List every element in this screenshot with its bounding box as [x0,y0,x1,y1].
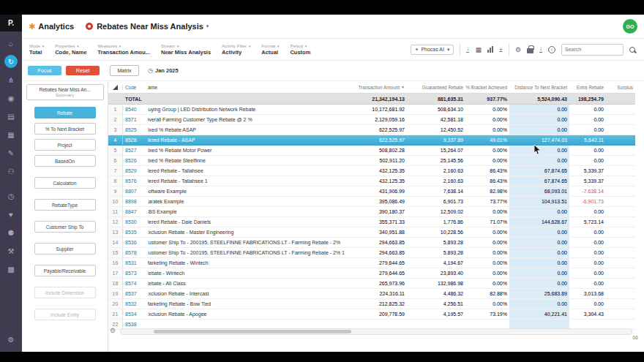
table-row[interactable]: 168531Marketing Rebate - Wintech279,644.… [108,258,635,268]
col-surplus[interactable]: Surplus [606,85,635,90]
toolbar-dropdown-mode[interactable]: Mode ▾Total [29,44,44,56]
toolbar-dropdown-measures[interactable]: Measures ▾Transaction Amou... [98,44,150,56]
col-transaction-amount[interactable]: Transaction Amount▼ [347,85,407,90]
flow-icon[interactable]: ⋔ [4,73,18,86]
dimension-item--to-next-bracket[interactable]: % To Next Bracket [34,123,96,135]
cell-code[interactable]: 8573 [123,268,148,278]
toolbar-dropdown-format[interactable]: Format ▾Actual [261,44,279,56]
chart-view-icon[interactable] [487,46,493,53]
table-row[interactable]: 18540Buying Group | LED Distribution Net… [108,105,635,115]
cell-code[interactable]: 8534 [123,309,148,319]
view-icon[interactable]: ◉ [4,91,18,105]
cell-name[interactable]: Customer Ship To - 200195, STEELFINNE FA… [148,238,347,247]
search-input[interactable] [561,44,624,56]
cell-code[interactable]: 8527 [123,146,148,155]
cell-code[interactable]: 8525 [123,125,148,135]
cell-code[interactable]: 8535 [123,227,148,237]
lock-icon[interactable] [527,48,533,53]
favorites-icon[interactable]: ♥ [4,208,18,221]
cell-code[interactable]: 8532 [123,299,148,309]
dimension-item-payable-receivable[interactable]: Payable/Receivable [34,265,96,276]
add-remove-icon[interactable]: ± [499,46,503,53]
table-row[interactable]: 148536Customer Ship To - 200195, STEELFI… [108,238,635,248]
dimension-item-basedon[interactable]: BasedOn [34,155,96,167]
phocas-ai-button[interactable]: ✦ Phocas AI ▾ [411,45,454,55]
table-row[interactable]: 128530Tiered Rebate - Dale Daniels355,37… [108,217,635,227]
toolbar-dropdown-activity-filter[interactable]: Activity Filter ▾Activity [222,44,250,56]
period-selector[interactable]: ◷ Jan 2025 [148,67,179,74]
table-total-row[interactable]: TOTAL 21,342,194.13 881,635.31 937.77% 5… [108,94,635,105]
table-row[interactable]: 98807Software Example431,906.997,638.148… [108,186,635,197]
team-icon[interactable]: ⚒ [4,244,18,257]
table-row[interactable]: 208532Marketing Rebate - Bow Tied212,825… [108,299,635,309]
table-row[interactable]: 78529Tiered Rebate - Tallahsee432,125.35… [108,166,635,176]
matrix-button[interactable]: Matrix [110,65,139,76]
info-icon[interactable]: i [548,46,555,53]
table-row[interactable]: 108898Karatek Example395,086.496,901.737… [108,197,635,207]
table-row[interactable]: 118847CBS Example390,180.3712,509.020.00… [108,207,635,217]
apps-icon[interactable]: ▦ [4,128,18,141]
col-distance-to-next-bracket[interactable]: Distance To Next Bracket [509,85,569,90]
table-row[interactable]: 68526Fixed % Rebate Steelfinne502,911.20… [108,156,635,166]
table-row[interactable]: 58527Fixed % Rebate Motor Power508,802.2… [108,146,635,156]
phocas-logo[interactable]: P. [0,15,22,31]
table-row[interactable]: 28571Overall Farming Customer Type Rebat… [108,115,635,125]
cell-name[interactable]: Fixed % Rebate ASAP [148,125,347,135]
dimension-item-rebate[interactable]: Rebate [34,107,96,118]
dimension-item-include-dimension[interactable]: Include Dimension [34,287,96,298]
select-all-corner[interactable] [108,85,123,90]
cell-name[interactable]: Karatek Example [148,197,347,206]
download-icon[interactable]: ↓ [539,46,542,53]
cell-name[interactable]: Marketing Rebate - Wintech [148,258,347,268]
settings-icon[interactable]: ⚙ [515,46,521,53]
cell-name[interactable]: Exclusion Rebate - Master Engineering [148,227,347,237]
table-row[interactable]: 158578Customer Ship To - 200195, STEELFI… [108,248,635,258]
col-code[interactable]: Code [123,85,148,90]
panel-title-card[interactable]: Rebates Near Miss An... Summary [26,84,104,100]
dimension-item-customer-ship-to[interactable]: Customer Ship To [34,221,96,233]
reset-button[interactable]: Reset [66,66,100,75]
col-guaranteed-rebate[interactable]: Guaranteed Rebate [407,85,465,90]
cell-name[interactable]: Rebate - All Class [148,279,347,288]
col-name[interactable]: Name [148,85,347,90]
home-icon[interactable]: ⌂ [4,37,18,50]
cell-name[interactable]: CBS Example [148,207,347,216]
database-icon[interactable]: ▤ [4,110,18,123]
dimension-item-supplier[interactable]: Supplier [34,243,96,254]
dimension-item-project[interactable]: Project [34,139,96,151]
cell-name[interactable]: Customer Ship To - 200195, STEELFINNE FA… [148,248,347,257]
users-icon[interactable]: ⚇ [4,165,18,178]
cell-code[interactable]: 8571 [123,115,148,124]
cell-name[interactable]: Software Example [148,186,347,196]
dimension-item-calculation[interactable]: Calculation [34,177,96,189]
history-icon[interactable]: ◷ [4,189,18,203]
export-icon[interactable]: ↓ [466,46,469,53]
cell-code[interactable]: 8531 [123,258,148,268]
cell-code[interactable]: 8578 [123,248,148,257]
cell-name[interactable]: Exclusion Rebate - Apogee [148,309,347,319]
cell-name[interactable]: Fixed % Rebate Motor Power [148,146,347,155]
cell-code[interactable]: 8574 [123,279,148,288]
cell-code[interactable]: 8529 [123,166,148,176]
cell-code[interactable]: 8537 [123,289,148,298]
horizontal-scrollbar[interactable] [120,328,632,335]
cell-code[interactable]: 8526 [123,156,148,165]
document-title[interactable]: Rebates Near Miss Analysis [97,22,203,31]
grid-view-icon[interactable]: ▦ [475,46,482,53]
table-row[interactable]: 138535Exclusion Rebate - Master Engineer… [108,227,635,238]
grid-settings-icon[interactable]: ⚙ [110,327,116,334]
table-row[interactable]: 38525Fixed % Rebate ASAP622,525.9712,450… [108,125,635,135]
cell-name[interactable]: Rebate - Wintech [148,268,347,278]
cell-name[interactable]: Exclusion Rebate - Intercast [148,289,347,298]
table-row[interactable]: 88576Tiered Rebate - Tallahsee 1432,125.… [108,176,635,186]
col-bracket-achieved[interactable]: % Bracket Achieved [465,85,509,90]
title-caret-icon[interactable]: ▾ [206,23,209,29]
dimension-item-rebatetype[interactable]: RebateType [34,199,96,211]
grid-icon[interactable]: ▩ [4,263,18,276]
cell-code[interactable]: 8807 [123,186,148,196]
cell-name[interactable]: Tiered Rebate - ASAP [148,135,347,145]
col-extra-rebate[interactable]: Extra Rebate [569,85,606,90]
cell-code[interactable]: 8898 [123,197,148,206]
table-row[interactable]: 198537Exclusion Rebate - Intercast224,31… [108,289,635,299]
table-row[interactable]: 48528Tiered Rebate - ASAP622,525.979,337… [108,135,635,146]
